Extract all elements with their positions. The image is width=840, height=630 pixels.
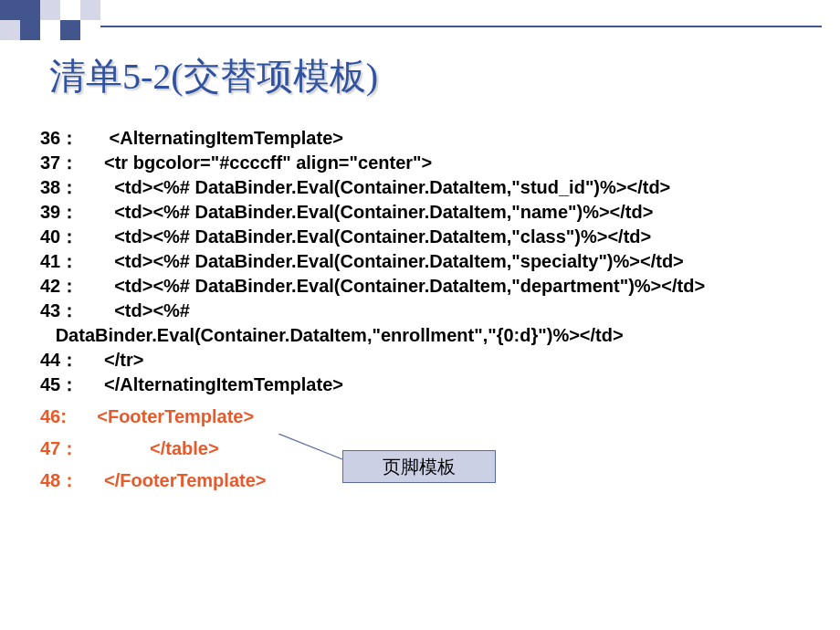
code-line: 41： <td><%# DataBinder.Eval(Container.Da… [40,249,822,274]
code-listing: 36： <AlternatingItemTemplate>37： <tr bgc… [40,126,822,493]
code-line: 37： <tr bgcolor="#ccccff" align="center"… [40,151,822,175]
svg-line-0 [278,434,342,459]
corner-squares [0,0,100,20]
code-line: 42： <td><%# DataBinder.Eval(Container.Da… [40,274,822,299]
slide-top-decoration [0,0,840,40]
code-line: DataBinder.Eval(Container.DataItem,"enro… [40,323,822,348]
callout-label: 页脚模板 [383,455,456,479]
slide-title: 清单5-2(交替项模板) [49,51,378,101]
code-line: 39： <td><%# DataBinder.Eval(Container.Da… [40,200,822,225]
header-rule [100,26,822,27]
callout-connector [278,434,352,470]
code-line: 43： <td><%# [40,299,822,323]
code-line: 40： <td><%# DataBinder.Eval(Container.Da… [40,225,822,249]
code-line: 45： </AlternatingItemTemplate> [40,373,822,397]
code-line: 36： <AlternatingItemTemplate> [40,126,822,151]
code-line: 46: <FooterTemplate> [40,404,822,429]
code-line: 44： </tr> [40,348,822,373]
callout-box: 页脚模板 [342,450,496,483]
callout: 页脚模板 [278,443,516,498]
code-line: 38： <td><%# DataBinder.Eval(Container.Da… [40,175,822,200]
